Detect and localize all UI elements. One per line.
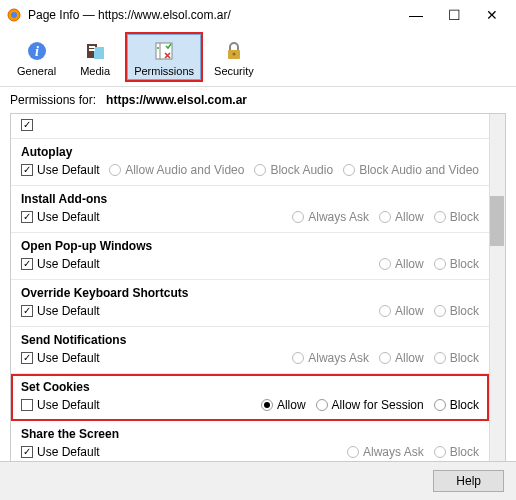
section-send-notifications: Send Notifications Use Default Always As… xyxy=(11,327,489,374)
section-title: Set Cookies xyxy=(21,380,479,394)
use-default-label: Use Default xyxy=(37,445,100,459)
radio-option[interactable]: Allow xyxy=(379,351,424,365)
radio-option[interactable]: Always Ask xyxy=(347,445,424,459)
titlebar: Page Info — https://www.elsol.com.ar/ — … xyxy=(0,0,516,30)
radio-option[interactable]: Allow xyxy=(379,210,424,224)
section-title: Open Pop-up Windows xyxy=(21,239,479,253)
scrollbar-thumb[interactable] xyxy=(490,196,504,246)
use-default-checkbox[interactable] xyxy=(21,258,33,270)
radio-option-block[interactable]: Block xyxy=(434,398,479,412)
svg-text:i: i xyxy=(35,44,39,59)
permissions-scroll: x Autoplay Use Default Allow Audio and V… xyxy=(11,114,505,490)
tab-general[interactable]: i General xyxy=(10,34,63,80)
lock-icon xyxy=(222,39,246,63)
use-default-checkbox[interactable] xyxy=(21,119,33,131)
radio-option-allow-session[interactable]: Allow for Session xyxy=(316,398,424,412)
use-default-checkbox[interactable] xyxy=(21,446,33,458)
section-title: Send Notifications xyxy=(21,333,479,347)
toolbar: i General Media Permissions Security xyxy=(0,30,516,87)
close-button[interactable]: ✕ xyxy=(482,5,502,25)
section-install-addons: Install Add-ons Use Default Always Ask A… xyxy=(11,186,489,233)
footer: Help xyxy=(0,461,516,500)
tab-permissions-label: Permissions xyxy=(134,65,194,77)
tab-security-label: Security xyxy=(214,65,254,77)
radio-option[interactable]: Always Ask xyxy=(292,210,369,224)
radio-option[interactable]: Block xyxy=(434,445,479,459)
tab-media[interactable]: Media xyxy=(69,34,121,80)
maximize-button[interactable]: ☐ xyxy=(444,5,464,25)
section-title: Share the Screen xyxy=(21,427,479,441)
window-controls: — ☐ ✕ xyxy=(406,5,510,25)
use-default-checkbox[interactable] xyxy=(21,399,33,411)
radio-option[interactable]: Block Audio and Video xyxy=(343,163,479,177)
section-popup: Open Pop-up Windows Use Default Allow Bl… xyxy=(11,233,489,280)
svg-point-10 xyxy=(157,47,159,49)
radio-option[interactable]: Allow Audio and Video xyxy=(109,163,244,177)
use-default-label: Use Default xyxy=(37,257,100,271)
permissions-for-label: Permissions for: xyxy=(10,93,96,107)
use-default-label: Use Default xyxy=(37,398,100,412)
minimize-button[interactable]: — xyxy=(406,5,426,25)
tab-security[interactable]: Security xyxy=(207,34,261,80)
window-title: Page Info — https://www.elsol.com.ar/ xyxy=(28,8,406,22)
radio-option-allow[interactable]: Allow xyxy=(261,398,306,412)
permissions-panel: x Autoplay Use Default Allow Audio and V… xyxy=(10,113,506,491)
svg-point-12 xyxy=(232,53,235,56)
use-default-checkbox[interactable] xyxy=(21,305,33,317)
radio-option[interactable]: Always Ask xyxy=(292,351,369,365)
section-autoplay: Autoplay Use Default Allow Audio and Vid… xyxy=(11,139,489,186)
radio-option[interactable]: Block xyxy=(434,210,479,224)
svg-rect-7 xyxy=(89,49,95,51)
radio-option[interactable]: Block xyxy=(434,351,479,365)
scrollbar[interactable] xyxy=(489,114,505,490)
use-default-checkbox[interactable] xyxy=(21,164,33,176)
svg-rect-6 xyxy=(89,46,95,48)
permissions-for-url: https://www.elsol.com.ar xyxy=(106,93,247,107)
use-default-label: Use Default xyxy=(37,163,100,177)
permissions-icon xyxy=(152,39,176,63)
section-title: Install Add-ons xyxy=(21,192,479,206)
radio-option[interactable]: Allow xyxy=(379,257,424,271)
section-set-cookies: Set Cookies Use Default Allow Allow for … xyxy=(11,374,489,421)
info-icon: i xyxy=(25,39,49,63)
radio-option[interactable]: Block Audio xyxy=(254,163,333,177)
section-title: Autoplay xyxy=(21,145,479,159)
section-title: Override Keyboard Shortcuts xyxy=(21,286,479,300)
radio-option[interactable]: Block xyxy=(434,257,479,271)
permissions-for-line: Permissions for: https://www.elsol.com.a… xyxy=(0,87,516,113)
use-default-checkbox[interactable] xyxy=(21,352,33,364)
svg-point-1 xyxy=(11,12,17,18)
use-default-label: Use Default xyxy=(37,304,100,318)
help-button[interactable]: Help xyxy=(433,470,504,492)
use-default-label: Use Default xyxy=(37,210,100,224)
use-default-checkbox[interactable] xyxy=(21,211,33,223)
tab-media-label: Media xyxy=(80,65,110,77)
radio-option[interactable]: Block xyxy=(434,304,479,318)
truncated-section: x xyxy=(11,114,489,139)
tab-permissions[interactable]: Permissions xyxy=(127,34,201,80)
section-override-shortcuts: Override Keyboard Shortcuts Use Default … xyxy=(11,280,489,327)
radio-option[interactable]: Allow xyxy=(379,304,424,318)
svg-rect-5 xyxy=(94,47,104,59)
media-icon xyxy=(83,39,107,63)
use-default-label: Use Default xyxy=(37,351,100,365)
app-icon xyxy=(6,7,22,23)
tab-general-label: General xyxy=(17,65,56,77)
